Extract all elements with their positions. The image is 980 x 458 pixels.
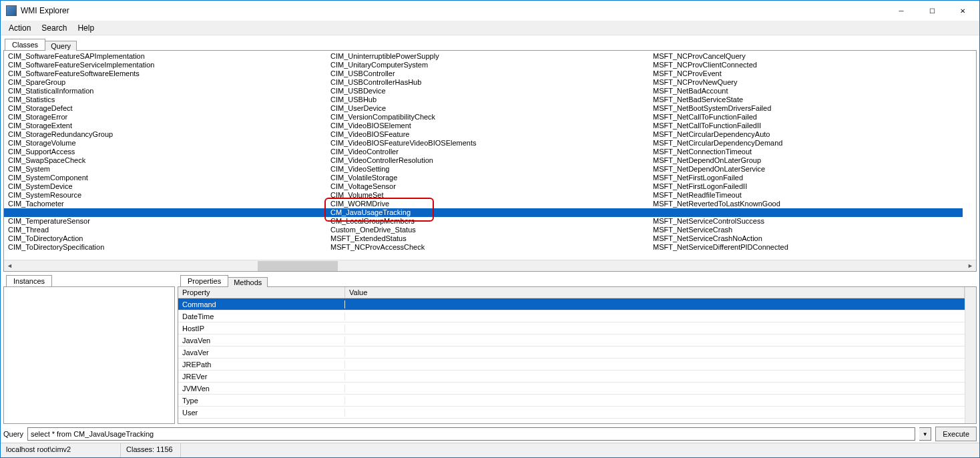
tab-instances[interactable]: Instances bbox=[6, 275, 52, 286]
class-item[interactable]: CIM_ToDirectorySpecification bbox=[8, 243, 330, 252]
property-row[interactable]: Command bbox=[178, 298, 965, 310]
query-input[interactable] bbox=[27, 427, 915, 441]
close-button[interactable]: ✕ bbox=[947, 1, 978, 21]
property-row[interactable]: JavaVen bbox=[178, 334, 965, 347]
execute-button[interactable]: Execute bbox=[935, 427, 977, 441]
class-item[interactable]: CIM_SoftwareFeatureSAPImplementation bbox=[8, 52, 330, 61]
class-item[interactable]: CIM_VideoSetting bbox=[330, 165, 653, 174]
property-row[interactable]: JREPath bbox=[178, 359, 965, 371]
property-row[interactable]: JVMVen bbox=[178, 383, 965, 395]
class-item[interactable]: CIM_StorageExtent bbox=[8, 122, 330, 130]
class-item[interactable]: CIM_SupportAccess bbox=[8, 148, 330, 156]
class-item[interactable]: CIM_StatisticalInformation bbox=[8, 87, 330, 95]
scroll-thumb[interactable] bbox=[258, 261, 338, 271]
class-item[interactable]: CIM_SoftwareFeatureServiceImplementation bbox=[8, 61, 330, 69]
class-item[interactable]: MSFT_ExtendedStatus bbox=[330, 234, 653, 243]
class-item[interactable]: CIM_VideoBIOSFeature bbox=[330, 130, 653, 139]
menu-help[interactable]: Help bbox=[72, 21, 99, 35]
tab-query[interactable]: Query bbox=[45, 41, 77, 51]
class-item[interactable]: CIM_UnitaryComputerSystem bbox=[330, 61, 653, 69]
class-item[interactable]: MSFT_NCProvNewQuery bbox=[653, 78, 975, 87]
class-item[interactable]: MSFT_NetCallToFunctionFailedII bbox=[653, 122, 975, 130]
scroll-right-icon[interactable]: ► bbox=[965, 260, 976, 272]
class-item[interactable]: CIM_ToDirectoryAction bbox=[8, 234, 330, 243]
class-item[interactable]: MSFT_NetBadAccount bbox=[653, 87, 975, 95]
class-item[interactable]: MSFT_NetServiceDifferentPIDConnected bbox=[653, 243, 975, 252]
class-item[interactable]: CIM_SystemResource bbox=[8, 191, 330, 200]
tab-properties[interactable]: Properties bbox=[180, 275, 228, 286]
class-item[interactable]: MSFT_NetCallToFunctionFailed bbox=[653, 113, 975, 122]
class-item[interactable]: CIM_Tachometer bbox=[8, 200, 330, 208]
vertical-scrollbar[interactable] bbox=[965, 287, 976, 423]
class-item[interactable]: CIM_VideoControllerResolution bbox=[330, 156, 653, 165]
class-item[interactable]: MSFT_NetFirstLogonFailed bbox=[653, 174, 975, 182]
class-item[interactable]: CIM_VolumeSet bbox=[330, 191, 653, 200]
class-item[interactable]: MSFT_NetCircularDependencyDemand bbox=[653, 139, 975, 148]
class-item[interactable]: CIM_StorageError bbox=[8, 113, 330, 122]
menu-search[interactable]: Search bbox=[36, 21, 72, 35]
menu-action[interactable]: Action bbox=[3, 21, 36, 35]
tab-methods[interactable]: Methods bbox=[228, 277, 268, 287]
class-item[interactable]: MSFT_NetReadfileTimeout bbox=[653, 191, 975, 200]
maximize-button[interactable]: ☐ bbox=[917, 1, 947, 21]
class-item[interactable]: CIM_StorageRedundancyGroup bbox=[8, 130, 330, 139]
class-item[interactable]: CIM_VideoController bbox=[330, 148, 653, 156]
class-item[interactable]: CM_JavaUsageTracking bbox=[330, 208, 653, 217]
class-item[interactable]: MSFT_NetServiceControlSuccess bbox=[653, 217, 975, 226]
class-item[interactable]: CM_LocalGroupMembers bbox=[330, 217, 653, 226]
class-item[interactable]: MSFT_NetDependOnLaterService bbox=[653, 165, 975, 174]
class-item[interactable]: MSFT_NCProvClientConnected bbox=[653, 61, 975, 69]
minimize-button[interactable]: ─ bbox=[886, 1, 917, 21]
instances-panel[interactable] bbox=[3, 286, 175, 424]
class-item[interactable]: CIM_USBDevice bbox=[330, 87, 653, 95]
header-value[interactable]: Value bbox=[345, 287, 965, 298]
property-row[interactable]: JREVer bbox=[178, 371, 965, 383]
tab-classes[interactable]: Classes bbox=[5, 39, 45, 50]
class-item[interactable]: CIM_SystemComponent bbox=[8, 174, 330, 182]
class-item[interactable]: CIM_WORMDrive bbox=[330, 200, 653, 208]
class-item[interactable]: MSFT_NetDependOnLaterGroup bbox=[653, 156, 975, 165]
class-item[interactable]: MSFT_NetBadServiceState bbox=[653, 95, 975, 104]
class-item[interactable]: MSFT_NetServiceCrash bbox=[653, 226, 975, 234]
class-list[interactable]: CIM_SoftwareFeatureSAPImplementationCIM_… bbox=[4, 51, 976, 260]
horizontal-scrollbar[interactable]: ◄ ► bbox=[4, 260, 976, 271]
class-item[interactable]: CIM_SoftwareFeatureSoftwareElements bbox=[8, 69, 330, 78]
class-item[interactable]: CIM_VideoBIOSFeatureVideoBIOSElements bbox=[330, 139, 653, 148]
property-row[interactable]: JavaVer bbox=[178, 347, 965, 359]
class-item[interactable]: CIM_USBHub bbox=[330, 95, 653, 104]
class-item[interactable]: CIM_UserDevice bbox=[330, 104, 653, 113]
properties-grid[interactable]: CommandDateTimeHostIPJavaVenJavaVerJREPa… bbox=[178, 298, 965, 421]
class-item[interactable]: MSFT_NetConnectionTimeout bbox=[653, 148, 975, 156]
class-item[interactable]: MSFT_NetRevertedToLastKnownGood bbox=[653, 200, 975, 208]
class-item[interactable]: CIM_StorageVolume bbox=[8, 139, 330, 148]
class-item[interactable]: Custom_OneDrive_Status bbox=[330, 226, 653, 234]
property-row[interactable]: User bbox=[178, 407, 965, 419]
class-item[interactable]: CIM_SpareGroup bbox=[8, 78, 330, 87]
scroll-left-icon[interactable]: ◄ bbox=[4, 260, 15, 272]
class-item[interactable]: MSFT_NCProvCancelQuery bbox=[653, 52, 975, 61]
class-item[interactable]: CIM_UninterruptiblePowerSupply bbox=[330, 52, 653, 61]
class-item[interactable]: CIM_SystemDevice bbox=[8, 182, 330, 191]
class-item[interactable]: CIM_VoltageSensor bbox=[330, 182, 653, 191]
class-item[interactable]: CIM_USBController bbox=[330, 69, 653, 78]
class-item[interactable]: CIM_VideoBIOSElement bbox=[330, 122, 653, 130]
class-item[interactable]: MSFT_NetBootSystemDriversFailed bbox=[653, 104, 975, 113]
class-item[interactable]: CIM_Thread bbox=[8, 226, 330, 234]
class-item[interactable]: CIM_Statistics bbox=[8, 95, 330, 104]
property-row[interactable]: HostIP bbox=[178, 322, 965, 334]
class-item[interactable]: CIM_System bbox=[8, 165, 330, 174]
class-item[interactable]: CIM_VolatileStorage bbox=[330, 174, 653, 182]
class-item[interactable]: CIM_USBControllerHasHub bbox=[330, 78, 653, 87]
header-property[interactable]: Property bbox=[178, 287, 345, 298]
class-item[interactable]: CIM_SwapSpaceCheck bbox=[8, 156, 330, 165]
property-row[interactable]: DateTime bbox=[178, 310, 965, 322]
class-item[interactable]: CIM_VersionCompatibilityCheck bbox=[330, 113, 653, 122]
class-item[interactable]: MSFT_NCProvAccessCheck bbox=[330, 243, 653, 252]
property-row[interactable]: Type bbox=[178, 395, 965, 407]
class-item[interactable]: MSFT_NCProvEvent bbox=[653, 69, 975, 78]
class-item[interactable]: CIM_StorageDefect bbox=[8, 104, 330, 113]
class-item[interactable]: MSFT_NetFirstLogonFailedII bbox=[653, 182, 975, 191]
class-item[interactable]: CIM_TemperatureSensor bbox=[8, 217, 330, 226]
class-item[interactable]: MSFT_NetServiceCrashNoAction bbox=[653, 234, 975, 243]
query-dropdown-icon[interactable]: ▼ bbox=[919, 427, 931, 441]
